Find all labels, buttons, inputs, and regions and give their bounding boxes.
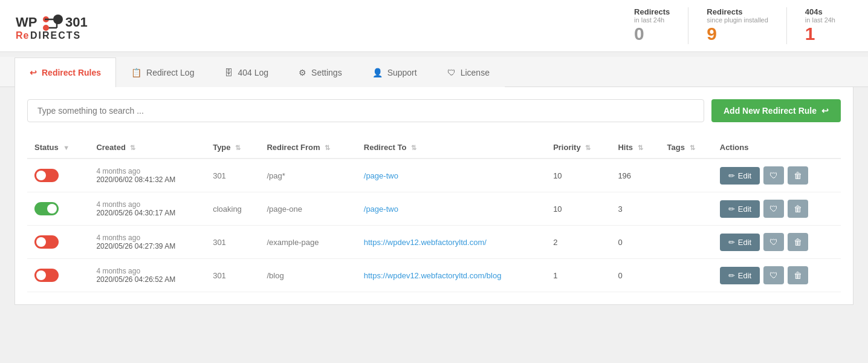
redirect-from-cell: /blog <box>259 259 356 292</box>
priority-sort-icon: ⇅ <box>585 144 591 151</box>
tab-support[interactable]: 👤 Support <box>357 57 432 87</box>
edit-button[interactable]: ✏ Edit <box>720 234 760 251</box>
shield-button[interactable]: 🛡 <box>763 233 784 251</box>
edit-button[interactable]: ✏ Edit <box>720 167 760 185</box>
header: WP 301 Re DIRECTS Redirects in last 24h … <box>0 0 868 52</box>
main-content: Add New Redirect Rule ↩ Status ▼ Created… <box>15 87 853 305</box>
redirect-to-link[interactable]: https://wpdev12.webfactoryltd.com/blog <box>364 271 502 280</box>
tab-404-log-label: 404 Log <box>238 68 268 77</box>
edit-icon: ✏ <box>728 171 735 180</box>
redirect-to-link[interactable]: /page-two <box>364 171 398 180</box>
trash-icon: 🗑 <box>794 171 802 180</box>
created-full: 2020/05/26 04:30:17 AM <box>96 209 198 217</box>
status-cell <box>27 259 89 292</box>
tab-redirect-rules-label: Redirect Rules <box>42 68 101 77</box>
tab-404-log[interactable]: 🗄 404 Log <box>209 57 283 87</box>
edit-button[interactable]: ✏ Edit <box>720 200 760 218</box>
actions-group: ✏ Edit 🛡 🗑 <box>720 233 834 251</box>
stat-label: Redirects <box>634 7 670 16</box>
redirect-log-icon: 📋 <box>131 68 141 77</box>
edit-icon: ✏ <box>728 271 735 280</box>
delete-button[interactable]: 🗑 <box>788 200 808 218</box>
col-hits[interactable]: Hits ⇅ <box>611 137 659 159</box>
tab-license[interactable]: 🛡 License <box>432 57 505 87</box>
support-icon: 👤 <box>372 68 383 77</box>
redirect-type: 301 <box>206 159 259 192</box>
tab-redirect-log[interactable]: 📋 Redirect Log <box>116 57 209 87</box>
tab-settings[interactable]: ⚙ Settings <box>283 57 357 87</box>
404-log-icon: 🗄 <box>224 68 233 77</box>
stat-404s-24h: 404s in last 24h 1 <box>787 7 853 44</box>
created-ago: 4 months ago <box>96 267 198 275</box>
status-toggle[interactable] <box>34 202 59 215</box>
actions-cell: ✏ Edit 🛡 🗑 <box>713 159 841 192</box>
stat-redirects-24h: Redirects in last 24h 0 <box>616 7 688 44</box>
table-row: 4 months ago2020/05/26 04:30:17 AMcloaki… <box>27 192 841 226</box>
redirect-type: cloaking <box>206 192 259 226</box>
actions-group: ✏ Edit 🛡 🗑 <box>720 266 834 284</box>
tags-cell <box>660 259 713 292</box>
col-redirect-to[interactable]: Redirect To ⇅ <box>357 137 546 159</box>
shield-icon: 🛡 <box>769 270 778 280</box>
logo: WP 301 Re DIRECTS <box>15 11 111 41</box>
tags-cell <box>660 226 713 259</box>
edit-label: Edit <box>738 238 751 247</box>
shield-button[interactable]: 🛡 <box>763 166 784 185</box>
priority-cell: 1 <box>546 259 611 292</box>
status-toggle[interactable] <box>34 169 59 182</box>
delete-button[interactable]: 🗑 <box>788 166 808 185</box>
tab-redirect-rules[interactable]: ↩ Redirect Rules <box>15 57 116 87</box>
redirect-from-cell: /example-page <box>259 226 356 259</box>
created-ago: 4 months ago <box>96 167 198 175</box>
created-cell: 4 months ago2020/05/26 04:26:52 AM <box>89 259 206 292</box>
priority-cell: 2 <box>546 226 611 259</box>
col-type[interactable]: Type ⇅ <box>206 137 259 159</box>
redirect-from-cell: /page-one <box>259 192 356 226</box>
created-cell: 4 months ago2020/06/02 08:41:32 AM <box>89 159 206 192</box>
redirect-from-link[interactable]: /blog <box>267 271 283 280</box>
created-ago: 4 months ago <box>96 234 198 242</box>
col-status[interactable]: Status ▼ <box>27 137 89 159</box>
col-tags[interactable]: Tags ⇅ <box>660 137 713 159</box>
created-full: 2020/05/26 04:27:39 AM <box>96 242 198 250</box>
stat-value: 0 <box>634 24 670 44</box>
license-icon: 🛡 <box>447 68 456 77</box>
edit-button[interactable]: ✏ Edit <box>720 267 760 284</box>
redirect-from-link[interactable]: /example-page <box>267 238 319 247</box>
redirect-from-link[interactable]: /pag* <box>267 171 285 180</box>
tab-redirect-log-label: Redirect Log <box>146 68 194 77</box>
redirect-to-link[interactable]: https://wpdev12.webfactoryltd.com/ <box>364 238 487 247</box>
col-priority[interactable]: Priority ⇅ <box>546 137 611 159</box>
priority-cell: 10 <box>546 159 611 192</box>
shield-button[interactable]: 🛡 <box>763 266 784 284</box>
redirect-from-link[interactable]: /page-one <box>267 204 302 214</box>
logo-area: WP 301 Re DIRECTS <box>15 11 111 41</box>
add-btn-label: Add New Redirect Rule <box>724 106 817 116</box>
edit-label: Edit <box>738 271 751 280</box>
edit-icon: ✏ <box>728 204 735 214</box>
add-new-redirect-rule-button[interactable]: Add New Redirect Rule ↩ <box>711 99 841 122</box>
shield-icon: 🛡 <box>769 204 778 214</box>
actions-group: ✏ Edit 🛡 🗑 <box>720 200 834 218</box>
delete-button[interactable]: 🗑 <box>788 266 808 284</box>
type-sort-icon: ⇅ <box>235 144 241 151</box>
logo-svg: WP 301 Re DIRECTS <box>15 11 111 41</box>
delete-button[interactable]: 🗑 <box>788 233 808 251</box>
col-created[interactable]: Created ⇅ <box>89 137 206 159</box>
actions-group: ✏ Edit 🛡 🗑 <box>720 166 834 185</box>
shield-button[interactable]: 🛡 <box>763 200 784 218</box>
col-redirect-from[interactable]: Redirect From ⇅ <box>259 137 356 159</box>
status-toggle[interactable] <box>34 269 59 282</box>
redirect-to-link[interactable]: /page-two <box>364 204 398 214</box>
search-input[interactable] <box>27 99 704 122</box>
created-ago: 4 months ago <box>96 200 198 209</box>
redirect-to-cell: https://wpdev12.webfactoryltd.com/blog <box>357 259 546 292</box>
status-cell <box>27 226 89 259</box>
stat-label: Redirects <box>707 7 768 16</box>
created-cell: 4 months ago2020/05/26 04:30:17 AM <box>89 192 206 226</box>
status-toggle[interactable] <box>34 235 59 249</box>
redirect-from-cell: /pag* <box>259 159 356 192</box>
table-row: 4 months ago2020/05/26 04:27:39 AM301/ex… <box>27 226 841 259</box>
tabs-wrapper: ↩ Redirect Rules 📋 Redirect Log 🗄 404 Lo… <box>0 57 868 87</box>
svg-text:WP: WP <box>16 15 37 30</box>
